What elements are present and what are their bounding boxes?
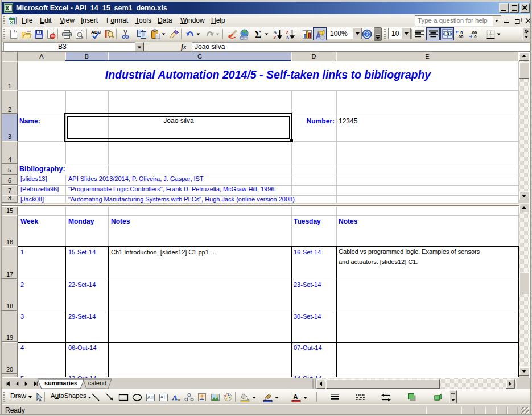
svg-text:.00: .00 (457, 34, 464, 39)
svg-text:Σ: Σ (254, 29, 261, 39)
svg-text:Z: Z (273, 35, 277, 40)
svg-text:a: a (446, 31, 449, 36)
svg-text:ABC: ABC (91, 30, 101, 35)
svg-text:A: A (293, 393, 298, 401)
svg-text:A: A (172, 393, 178, 402)
svg-text:A: A (160, 395, 163, 399)
svg-text:.0: .0 (473, 34, 476, 39)
svg-text:A: A (147, 395, 151, 400)
svg-text:A: A (286, 35, 290, 40)
svg-text:?: ? (365, 31, 368, 38)
